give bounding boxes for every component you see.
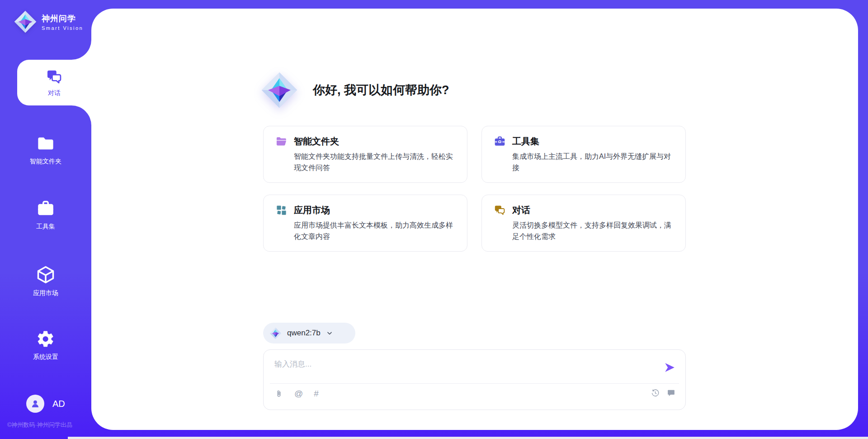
sidebar-item-tools[interactable]: 工具集 (0, 199, 91, 231)
sidebar-item-settings[interactable]: 系统设置 (0, 329, 91, 361)
send-icon[interactable] (664, 362, 675, 373)
sidebar-item-label: 对话 (48, 89, 61, 97)
greeting: 你好, 我可以如何帮助你? (260, 71, 449, 109)
tab-fillet-top (71, 40, 91, 60)
feature-cards: 智能文件夹 智能文件夹功能支持批量文件上传与清洗，轻松实现文件问答 工具集 集成… (263, 126, 686, 252)
avatar (26, 395, 44, 413)
sidebar-item-chat[interactable]: 对话 (17, 60, 91, 105)
card-title: 工具集 (512, 135, 539, 148)
history-button[interactable] (651, 389, 660, 397)
brand-name: 神州问学 (42, 13, 83, 24)
card-description: 集成市场上主流工具，助力AI与外界无缝扩展与对接 (512, 151, 675, 173)
topic-button[interactable]: # (314, 389, 319, 399)
briefcase-icon (494, 135, 506, 148)
composer-tools: @ # (274, 389, 319, 399)
folder-open-icon (275, 135, 288, 148)
card-chat[interactable]: 对话 灵活切换多模型文件，支持多样回复效果调试，满足个性化需求 (481, 195, 686, 252)
brand-logo-icon (14, 10, 37, 33)
sidebar: 神州问学 Smart Vision 对话 智能文件夹 工具集 应用市场 系统设置 (0, 0, 91, 439)
new-chat-button[interactable] (667, 389, 675, 397)
message-input[interactable] (274, 356, 645, 372)
chat-bubbles-icon (494, 204, 506, 216)
comment-icon (667, 389, 675, 397)
history-icon (651, 389, 660, 397)
cube-icon (36, 265, 56, 285)
sidebar-item-folders[interactable]: 智能文件夹 (0, 134, 91, 166)
sidebar-item-label: 智能文件夹 (30, 157, 61, 166)
mention-button[interactable]: @ (294, 389, 303, 399)
composer-right-tools (651, 389, 675, 397)
brand: 神州问学 Smart Vision (14, 10, 83, 33)
card-title: 智能文件夹 (294, 135, 339, 148)
greeting-logo-icon (260, 71, 298, 109)
paperclip-icon (274, 389, 283, 399)
message-composer: @ # (263, 349, 686, 410)
card-description: 应用市场提供丰富长文本模板，助力高效生成多样化文章内容 (294, 220, 456, 242)
user-initials: AD (52, 399, 65, 409)
sidebar-footer: ©神州数码·神州问学出品 (7, 421, 72, 429)
hash-icon: # (314, 389, 319, 399)
sidebar-item-label: 应用市场 (33, 289, 58, 297)
person-icon (30, 398, 41, 409)
chevron-down-icon (326, 329, 333, 337)
model-selector[interactable]: qwen2:7b (263, 323, 355, 344)
greeting-title: 你好, 我可以如何帮助你? (313, 82, 449, 98)
at-icon: @ (294, 389, 303, 399)
user-account[interactable]: AD (26, 395, 65, 413)
tab-fillet-bottom (71, 105, 91, 125)
card-toolset[interactable]: 工具集 集成市场上主流工具，助力AI与外界无缝扩展与对接 (481, 126, 686, 183)
grid-icon (275, 204, 288, 216)
chat-bubbles-icon (46, 68, 63, 86)
card-title: 对话 (512, 204, 530, 216)
card-title: 应用市场 (294, 204, 330, 216)
bottom-strip (68, 437, 868, 439)
card-app-market[interactable]: 应用市场 应用市场提供丰富长文本模板，助力高效生成多样化文章内容 (263, 195, 467, 252)
composer-divider (270, 383, 679, 384)
sidebar-item-label: 系统设置 (33, 353, 58, 361)
main-content: 你好, 我可以如何帮助你? 智能文件夹 智能文件夹功能支持批量文件上传与清洗，轻… (263, 9, 686, 430)
sidebar-item-label: 工具集 (36, 223, 55, 231)
briefcase-icon (36, 199, 55, 218)
card-description: 灵活切换多模型文件，支持多样回复效果调试，满足个性化需求 (512, 220, 675, 242)
main-panel: 你好, 我可以如何帮助你? 智能文件夹 智能文件夹功能支持批量文件上传与清洗，轻… (91, 9, 858, 430)
model-name: qwen2:7b (287, 329, 321, 338)
folder-icon (36, 134, 55, 153)
attach-button[interactable] (274, 389, 283, 399)
gear-icon (36, 329, 55, 348)
sidebar-item-market[interactable]: 应用市场 (0, 265, 91, 297)
card-description: 智能文件夹功能支持批量文件上传与清洗，轻松实现文件问答 (294, 151, 456, 173)
card-smart-folder[interactable]: 智能文件夹 智能文件夹功能支持批量文件上传与清洗，轻松实现文件问答 (263, 126, 467, 183)
brand-subtitle: Smart Vision (42, 25, 83, 31)
model-logo-icon (269, 327, 282, 339)
